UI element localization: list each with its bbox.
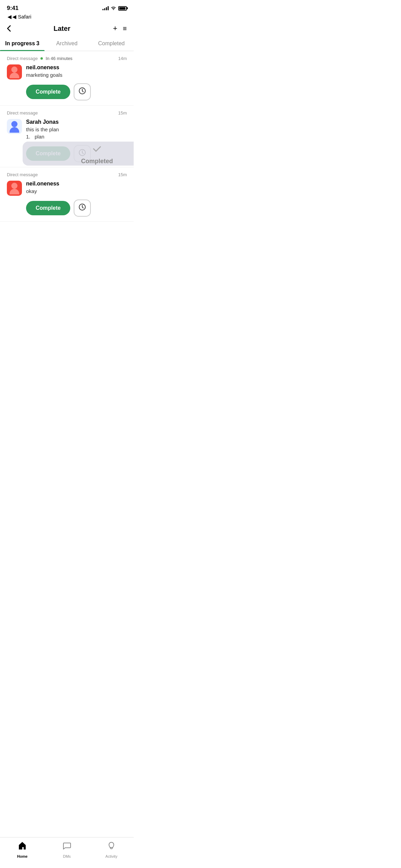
message-item-2: Direct message 15m Sarah Jonas this is t… (0, 106, 134, 167)
message-time-1: 14m (118, 56, 127, 61)
filter-button[interactable]: ≡ (123, 25, 127, 33)
message-body-3: neil.oneness okay Complete (7, 181, 127, 217)
status-time: 9:41 (7, 5, 19, 12)
message-time-2: 15m (118, 110, 127, 116)
message-content-3: neil.oneness okay Complete (26, 181, 127, 217)
check-icon (91, 143, 103, 155)
remind-button-3[interactable] (74, 200, 91, 217)
signal-icon (102, 6, 109, 10)
completed-label: Completed (81, 158, 113, 165)
message-text-3: okay (26, 188, 127, 195)
message-meta-1: Direct message In 46 minutes 14m (7, 56, 127, 61)
status-bar: 9:41 (0, 0, 134, 14)
message-body-1: neil.oneness marketing goals Complete (7, 64, 127, 100)
message-meta-2: Direct message 15m (7, 110, 127, 116)
tab-archived[interactable]: Archived (45, 37, 89, 51)
add-button[interactable]: + (113, 24, 117, 33)
tab-bar: In progress3 Archived Completed (0, 37, 134, 51)
avatar-1 (7, 64, 22, 80)
remind-icon-3 (78, 203, 86, 213)
message-meta-3: Direct message 15m (7, 172, 127, 177)
nav-actions: + ≡ (113, 24, 127, 33)
message-content-2: Sarah Jonas this is the plan1. plan Comp… (26, 119, 127, 162)
complete-button-3[interactable]: Complete (26, 201, 70, 215)
message-sender-1: neil.oneness (26, 64, 127, 71)
message-time-3: 15m (118, 172, 127, 177)
completed-overlay: Completed (23, 142, 134, 166)
wifi-icon (111, 6, 116, 11)
status-icons (102, 6, 127, 11)
message-text-1: marketing goals (26, 71, 127, 79)
message-text-2: this is the plan1. plan (26, 126, 127, 140)
message-type-2: Direct message (7, 110, 38, 116)
message-sender-2: Sarah Jonas (26, 119, 127, 125)
tab-completed[interactable]: Completed (89, 37, 134, 51)
avatar-2 (7, 119, 22, 134)
message-content-1: neil.oneness marketing goals Complete (26, 64, 127, 100)
message-sender-3: neil.oneness (26, 181, 127, 187)
message-actions-3: Complete (26, 200, 127, 217)
nav-bar: Later + ≡ (0, 21, 134, 37)
page-title: Later (53, 25, 70, 33)
remind-icon-1 (78, 87, 86, 97)
message-actions-1: Complete (26, 83, 127, 100)
message-type-3: Direct message (7, 172, 38, 177)
battery-icon (118, 6, 127, 11)
message-item-1: Direct message In 46 minutes 14m neil.on… (0, 51, 134, 106)
message-type-1: Direct message In 46 minutes (7, 56, 72, 61)
remind-button-1[interactable] (74, 83, 91, 100)
complete-button-1[interactable]: Complete (26, 85, 70, 99)
safari-back[interactable]: ◀◀ Safari (0, 14, 134, 21)
back-button[interactable] (7, 25, 11, 32)
message-item-3: Direct message 15m neil.oneness okay Com… (0, 167, 134, 222)
message-body-2: Sarah Jonas this is the plan1. plan Comp… (7, 119, 127, 162)
status-dot-1 (40, 57, 43, 60)
avatar-3 (7, 181, 22, 196)
tab-in-progress[interactable]: In progress3 (0, 37, 45, 51)
message-actions-2: Complete Completed (26, 145, 127, 162)
